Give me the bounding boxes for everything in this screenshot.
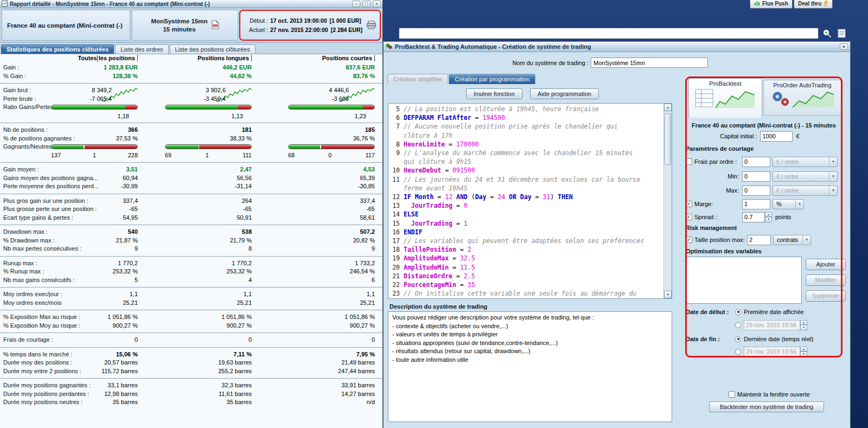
ratio-bar [288,105,375,110]
delete-variable-button[interactable]: Supprimer [806,290,846,302]
spread-stepper[interactable]: ▲▼ [765,212,772,222]
checkbox-spread[interactable]: ✓ [686,214,692,220]
min-input[interactable] [742,171,770,182]
variables-listbox[interactable] [686,257,802,304]
code-scrollbar[interactable]: ▲ ▼ [663,104,672,298]
code-line: 22PourcentageMin = 35 [388,280,663,289]
tab-liste-ordres[interactable]: Liste des ordres [115,44,168,54]
radio-date-end-last[interactable] [735,336,741,342]
spread-input[interactable] [742,212,765,222]
checkbox-marge[interactable]: ✓ [686,201,692,207]
checkbox-keep-open[interactable] [729,391,735,398]
tab-probacktest-card[interactable]: ProBacktest [688,78,762,118]
report-window-titlebar[interactable]: Rapport détaillé - MonSystème 15mn - Fra… [0,0,382,8]
radio-date-start-first[interactable] [735,309,741,315]
stat-value: 540 [128,228,138,235]
search-input[interactable] [399,28,819,39]
date-end-stepper[interactable]: ▲▼ [800,347,807,357]
stats-row: Gain brut :8 349,23 902,64 446,6 [0,86,382,95]
taille-input[interactable] [747,235,771,245]
spinner-up-icon[interactable]: ▲ [800,347,807,352]
stats-row: Moy ordres exec/jour :1,11,11,1 [0,290,382,299]
scroll-up-icon[interactable]: ▲ [664,104,672,111]
help-programming-button[interactable]: Aide programmation [530,88,599,99]
column-header-long[interactable]: Positions longues [197,55,252,61]
spinner-down-icon[interactable]: ▼ [800,352,807,357]
taille-unit-dropdown[interactable]: contrats ▼ [773,235,811,245]
date-end-input[interactable] [744,347,800,357]
table-separator [0,310,382,310]
description-box[interactable]: Vous pouvez rédiger une description pour… [388,311,672,422]
checkbox-frais[interactable] [686,158,692,165]
code-text: PourcentageMin = 35 [404,280,475,289]
frais-input[interactable] [742,157,770,167]
stat-label: Durée moy positions neutres : [3,399,82,405]
probacktest-card-label: ProBacktest [689,79,762,87]
add-variable-button[interactable]: Ajouter [806,259,846,270]
stat-value: 37,53 % [116,135,138,142]
code-line: 16ENDIF [388,228,663,237]
scroll-track[interactable] [664,111,672,291]
close-button[interactable]: × [373,1,381,7]
stat-value: 6 [372,277,375,283]
tab-proorder-card[interactable]: ProOrder AutoTrading [763,80,841,116]
stats-row: % Exposition Moy au risque :900,27 %900,… [0,322,382,330]
maximize-button[interactable]: □ [362,1,371,7]
marge-input[interactable] [742,199,770,209]
search-zoom-icon[interactable] [821,28,833,39]
tab-statistiques[interactable]: Statistiques des positions clôturées [1,44,114,54]
spinner-up-icon[interactable]: ▲ [800,320,807,325]
min-unit-dropdown[interactable]: € / ordre ▼ [773,171,838,182]
report-list-icon[interactable] [835,28,847,39]
stat-value: 366 [128,126,138,133]
spinner-down-icon[interactable]: ▼ [765,217,772,222]
stat-value: 1 770,2 [232,260,252,266]
marge-unit-dropdown[interactable]: % ▼ [773,199,804,209]
edit-variable-button[interactable]: Modifier [806,274,846,286]
column-header-short[interactable]: Positions courtes [322,55,375,61]
deal-thru-button[interactable]: Deal thru [794,0,833,9]
radio-date-end-custom[interactable] [735,349,741,355]
table-separator [0,333,382,333]
code-text: // Les journées du 24 et 31 décembre son… [404,175,640,184]
capital-input[interactable] [760,131,793,142]
close-button[interactable]: × [840,43,848,50]
probacktest-titlebar[interactable]: ProBacktest & Trading Automatique - Créa… [384,42,850,52]
stat-label: Durée moy positions perdantes : [3,391,89,397]
code-line: 21DistanceOrdre = 2.5 [388,272,663,280]
radio-date-start-custom[interactable] [735,322,741,328]
code-text: // Aucune nouvelle position prise après … [404,122,618,131]
date-start-stepper[interactable]: ▲▼ [800,320,807,330]
date-start-input[interactable] [744,320,800,330]
stat-label: Durée moy des positions : [3,359,72,366]
flux-push-button[interactable]: Flux Push [750,0,793,9]
code-editor[interactable]: 5// La position est clôturée à 19h45, he… [388,103,672,299]
scroll-thumb[interactable] [665,113,671,165]
stat-value: 255,2 barres [218,368,252,374]
tab-creation-simplifiee[interactable]: Création simplifiée [387,74,448,84]
checkbox-taille[interactable]: ✓ [686,237,692,243]
ratio-bar [288,144,375,149]
frais-unit-dropdown[interactable]: € / ordre ▼ [773,157,838,167]
instrument-block: France 40 au comptant (Mini-contrat (-) [2,10,130,41]
system-name-input[interactable] [591,58,708,68]
scroll-down-icon[interactable]: ▼ [664,291,672,298]
insert-function-button[interactable]: Insérer fonction [466,88,522,99]
stat-value: 446,2 EUR [222,64,252,71]
spinner-down-icon[interactable]: ▼ [800,325,807,330]
pdf-icon[interactable]: PDF [212,20,219,30]
max-unit-dropdown[interactable]: € / ordre ▼ [773,186,838,196]
backtest-button[interactable]: Backtester mon système de trading [709,401,824,412]
tab-liste-positions[interactable]: Liste des positions clôturées [170,44,256,54]
backtest-panel: ProBacktest ProOrder AutoTrading France … [681,74,851,428]
max-input[interactable] [742,186,770,196]
stat-value: 20,82 % [353,237,375,244]
tab-creation-programmation[interactable]: Création par programmation [449,74,535,84]
stat-label: % Exposition Max au risque : [3,314,80,320]
system-name: MonSystème 15mn [151,17,207,25]
column-header-all[interactable]: Toutes les positions [78,55,138,61]
stats-row: % Exposition Max au risque :1 051,86 %1 … [0,313,382,322]
print-icon[interactable] [366,21,376,30]
minimize-button[interactable]: – [352,1,360,7]
spinner-up-icon[interactable]: ▲ [765,212,772,218]
